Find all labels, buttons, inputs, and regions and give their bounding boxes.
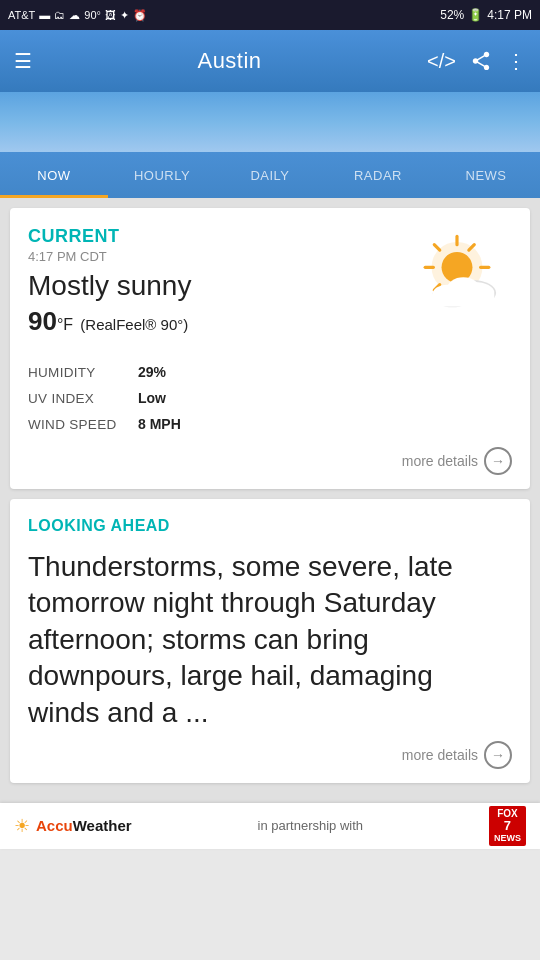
looking-ahead-more-details[interactable]: more details →	[28, 741, 512, 769]
bt-icon: ✦	[120, 9, 129, 22]
uv-row: UV INDEX Low	[28, 385, 512, 411]
current-time: 4:17 PM CDT	[28, 249, 191, 264]
svg-line-5	[434, 245, 439, 250]
current-section-label: CURRENT	[28, 226, 191, 247]
fox-news-label: NEWS	[494, 834, 521, 844]
current-condition: Mostly sunny	[28, 270, 191, 302]
carrier-text: AT&T	[8, 9, 35, 21]
arrow-right-icon: →	[491, 453, 505, 469]
status-right: 52% 🔋 4:17 PM	[440, 8, 532, 22]
uv-value: Low	[138, 390, 166, 406]
temp-unit: °F	[57, 316, 73, 333]
tab-navigation: NOW HOURLY DAILY RADAR NEWS	[0, 152, 540, 198]
accuweather-logo: ☀ AccuWeather	[14, 815, 132, 837]
accu-brand-text: AccuWeather	[36, 817, 132, 834]
app-title: Austin	[197, 48, 261, 74]
accu-sun-icon: ☀	[14, 815, 30, 837]
looking-ahead-card: LOOKING AHEAD Thunderstorms, some severe…	[10, 499, 530, 783]
uv-label: UV INDEX	[28, 391, 138, 406]
app-bar: ☰ Austin </> ⋮	[0, 30, 540, 92]
cloud-icon: ☁	[69, 9, 80, 22]
hamburger-menu-icon[interactable]: ☰	[14, 49, 32, 73]
looking-ahead-text: Thunderstorms, some severe, late tomorro…	[28, 549, 512, 731]
tab-news[interactable]: NEWS	[432, 152, 540, 198]
real-feel: (RealFeel® 90°)	[80, 316, 188, 333]
current-temperature: 90°F (RealFeel® 90°)	[28, 306, 191, 337]
app-bar-actions: </> ⋮	[427, 49, 526, 73]
temp-value: 90	[28, 306, 57, 336]
more-details-text: more details	[402, 453, 478, 469]
wind-row: WIND SPEED 8 MPH	[28, 411, 512, 437]
sky-background	[0, 92, 540, 152]
tab-radar[interactable]: RADAR	[324, 152, 432, 198]
humidity-row: HUMIDITY 29%	[28, 359, 512, 385]
sun-cloud-svg	[407, 231, 507, 321]
current-left: CURRENT 4:17 PM CDT Mostly sunny 90°F (R…	[28, 226, 191, 351]
partnership-text: in partnership with	[258, 818, 364, 833]
looking-ahead-arrow-button[interactable]: →	[484, 741, 512, 769]
humidity-label: HUMIDITY	[28, 365, 138, 380]
battery-level: 52%	[440, 8, 464, 22]
bluetooth-icon: 90°	[84, 9, 101, 21]
wind-label: WIND SPEED	[28, 417, 138, 432]
main-content: CURRENT 4:17 PM CDT Mostly sunny 90°F (R…	[0, 198, 540, 803]
humidity-value: 29%	[138, 364, 166, 380]
tab-daily[interactable]: DAILY	[216, 152, 324, 198]
more-options-icon[interactable]: ⋮	[506, 49, 526, 73]
photo-icon: 🖼	[105, 9, 116, 21]
more-details-arrow-button[interactable]: →	[484, 447, 512, 475]
wind-value: 8 MPH	[138, 416, 181, 432]
status-bar: AT&T ▬ 🗂 ☁ 90° 🖼 ✦ ⏰ 52% 🔋 4:17 PM	[0, 0, 540, 30]
tab-now[interactable]: NOW	[0, 152, 108, 198]
status-left: AT&T ▬ 🗂 ☁ 90° 🖼 ✦ ⏰	[8, 9, 147, 22]
share-icon-svg[interactable]	[470, 50, 492, 72]
clock: 4:17 PM	[487, 8, 532, 22]
svg-rect-16	[432, 294, 494, 307]
looking-ahead-more-details-text: more details	[402, 747, 478, 763]
weather-stats: HUMIDITY 29% UV INDEX Low WIND SPEED 8 M…	[28, 359, 512, 437]
tab-hourly[interactable]: HOURLY	[108, 152, 216, 198]
bottom-bar: ☀ AccuWeather in partnership with FOX 7 …	[0, 803, 540, 849]
share-icon[interactable]: </>	[427, 50, 456, 73]
alarm-icon: ⏰	[133, 9, 147, 22]
arrow-right-icon-2: →	[491, 747, 505, 763]
current-more-details[interactable]: more details →	[28, 447, 512, 475]
fox-news-badge: FOX 7 NEWS	[489, 806, 526, 845]
folder-icon: 🗂	[54, 9, 65, 21]
battery-icon: 🔋	[468, 8, 483, 22]
current-weather-card: CURRENT 4:17 PM CDT Mostly sunny 90°F (R…	[10, 208, 530, 489]
weather-icon	[402, 226, 512, 326]
current-header: CURRENT 4:17 PM CDT Mostly sunny 90°F (R…	[28, 226, 512, 351]
signal-icon: ▬	[39, 9, 50, 21]
fox-number: 7	[504, 819, 511, 833]
looking-ahead-label: LOOKING AHEAD	[28, 517, 512, 535]
